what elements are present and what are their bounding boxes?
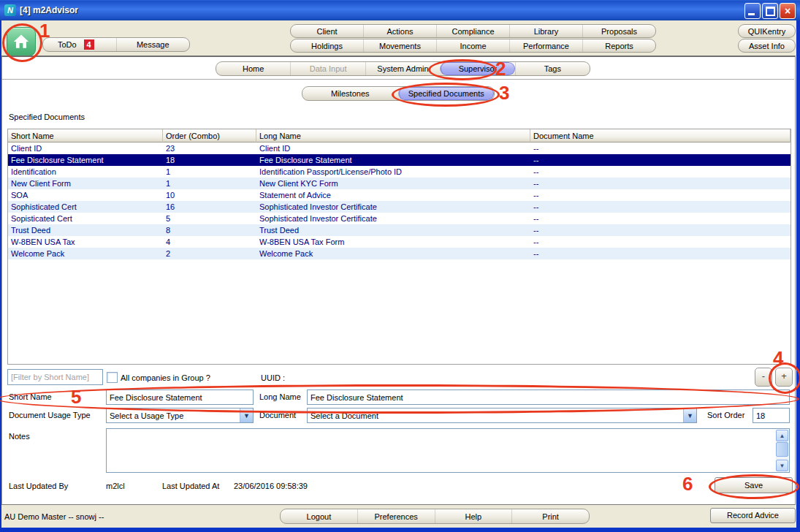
- footer-button[interactable]: Preferences: [357, 509, 435, 523]
- notes-scrollbar[interactable]: ▲ ▼: [776, 430, 788, 471]
- nav-button[interactable]: Performance: [509, 39, 582, 52]
- column-header-long-name[interactable]: Long Name: [256, 129, 530, 142]
- nav-button[interactable]: Client: [291, 25, 363, 37]
- usage-type-select[interactable]: Select a Usage Type ▼: [106, 408, 254, 423]
- sort-order-input[interactable]: [753, 408, 790, 423]
- cell-document-name: --: [530, 224, 791, 236]
- minimize-icon: [748, 13, 755, 15]
- scrollbar-thumb[interactable]: [776, 442, 788, 457]
- filter-input[interactable]: [7, 369, 103, 385]
- quikentry-button[interactable]: QUIKentry: [739, 25, 795, 37]
- tab[interactable]: System Admin: [365, 62, 440, 75]
- cell-short-name: Client ID: [8, 142, 163, 154]
- nav-button[interactable]: Compliance: [436, 25, 509, 37]
- uuid-label: UUID :: [261, 373, 285, 382]
- long-name-input[interactable]: [307, 390, 790, 405]
- tab[interactable]: Supervisor: [440, 62, 514, 75]
- scroll-down-icon[interactable]: ▼: [776, 460, 788, 471]
- chevron-down-icon[interactable]: ▼: [683, 408, 696, 422]
- app-window: N [4] m2Advisor × ToDo 4 Message ClientA…: [0, 0, 800, 532]
- nav-button[interactable]: Proposals: [582, 25, 655, 37]
- nav-button[interactable]: Library: [509, 25, 582, 37]
- close-button[interactable]: ×: [780, 3, 796, 19]
- nav-button[interactable]: Reports: [582, 39, 655, 52]
- section-title: Specified Documents: [9, 113, 85, 121]
- cell-order: 1: [163, 178, 256, 189]
- cell-long-name: Trust Deed: [256, 224, 530, 236]
- footer-button[interactable]: Help: [435, 509, 512, 523]
- table-header: Short Name Order (Combo) Long Name Docum…: [8, 129, 791, 142]
- table-row[interactable]: Welcome Pack 2 Welcome Pack --: [8, 248, 791, 259]
- table-row[interactable]: SOA 10 Statement of Advice --: [8, 189, 791, 201]
- cell-long-name: New Client KYC Form: [256, 178, 530, 189]
- nav-button[interactable]: Movements: [363, 39, 436, 52]
- short-name-input[interactable]: [106, 390, 254, 405]
- short-name-label: Short Name: [9, 392, 52, 401]
- close-icon: ×: [780, 4, 795, 18]
- table-row[interactable]: Sophisticated Cert 16 Sophisticated Inve…: [8, 201, 791, 213]
- all-companies-checkbox[interactable]: [107, 372, 118, 383]
- record-advice-button[interactable]: Record Advice: [710, 508, 796, 523]
- document-select[interactable]: Select a Document ▼: [307, 408, 697, 423]
- tab[interactable]: Tags: [515, 62, 590, 75]
- minimize-button[interactable]: [744, 3, 761, 19]
- cell-document-name: --: [530, 178, 791, 189]
- home-button[interactable]: [7, 27, 36, 56]
- table-row[interactable]: W-8BEN USA Tax 4 W-8BEN USA Tax Form --: [8, 236, 791, 248]
- table-row[interactable]: Client ID 23 Client ID --: [8, 142, 791, 154]
- save-button[interactable]: Save: [715, 477, 793, 493]
- cell-short-name: W-8BEN USA Tax: [8, 236, 163, 248]
- message-button[interactable]: Message: [116, 38, 190, 51]
- footer-button[interactable]: Logout: [281, 509, 357, 523]
- cell-short-name: SOA: [8, 189, 163, 201]
- documents-table: Short Name Order (Combo) Long Name Docum…: [7, 129, 791, 365]
- long-name-label: Long Name: [259, 392, 301, 401]
- table-row[interactable]: New Client Form 1 New Client KYC Form --: [8, 178, 791, 189]
- table-row[interactable]: Trust Deed 8 Trust Deed --: [8, 224, 791, 236]
- notes-textarea[interactable]: ▲ ▼: [106, 428, 790, 473]
- maximize-icon: [766, 7, 775, 16]
- usage-type-value: Select a Usage Type: [110, 411, 183, 420]
- window-border-right: [796, 20, 800, 532]
- home-icon: [12, 33, 30, 50]
- nav-button[interactable]: Actions: [363, 25, 436, 37]
- last-updated-at-value: 23/06/2016 09:58:39: [234, 482, 308, 490]
- cell-short-name: Trust Deed: [8, 224, 163, 236]
- add-row-button[interactable]: +: [775, 368, 793, 387]
- tab[interactable]: Home: [216, 62, 290, 75]
- cell-short-name: Fee Disclosure Statement: [8, 154, 163, 166]
- cell-long-name: W-8BEN USA Tax Form: [256, 236, 530, 248]
- sub-tab[interactable]: Milestones: [302, 87, 398, 100]
- cell-short-name: Identification: [8, 166, 163, 178]
- table-row[interactable]: Identification 1 Identification Passport…: [8, 166, 791, 178]
- footer-button[interactable]: Print: [511, 509, 589, 523]
- nav-button[interactable]: Holdings: [291, 39, 363, 52]
- all-companies-label: All companies in Group ?: [121, 373, 210, 382]
- todo-button[interactable]: ToDo 4: [43, 38, 116, 51]
- asset-info-button[interactable]: Asset Info: [739, 39, 795, 52]
- document-value: Select a Document: [311, 411, 378, 420]
- cell-long-name: Identification Passport/License/Photo ID: [256, 166, 530, 178]
- column-header-short-name[interactable]: Short Name: [8, 129, 163, 142]
- cell-short-name: Sopisticated Cert: [8, 213, 163, 224]
- sub-tab[interactable]: Specified Documents: [398, 87, 495, 100]
- nav-button[interactable]: Income: [436, 39, 509, 52]
- remove-row-button[interactable]: -: [755, 368, 772, 387]
- column-header-document-name[interactable]: Document Name: [530, 129, 791, 142]
- tab[interactable]: Data Input: [290, 62, 365, 75]
- scroll-up-icon[interactable]: ▲: [776, 430, 788, 441]
- cell-order: 2: [163, 248, 256, 259]
- status-text: AU Demo Master -- snowj --: [4, 512, 104, 521]
- cell-long-name: Statement of Advice: [256, 189, 530, 201]
- cell-document-name: --: [530, 236, 791, 248]
- document-label: Document: [259, 411, 296, 419]
- cell-long-name: Welcome Pack: [256, 248, 530, 259]
- cell-document-name: --: [530, 166, 791, 178]
- table-row[interactable]: Fee Disclosure Statement 18 Fee Disclosu…: [8, 154, 791, 166]
- maximize-button[interactable]: [762, 3, 778, 19]
- column-header-order[interactable]: Order (Combo): [163, 129, 256, 142]
- window-title: [4] m2Advisor: [20, 5, 78, 15]
- chevron-down-icon[interactable]: ▼: [240, 408, 253, 422]
- table-row[interactable]: Sopisticated Cert 5 Sophisticated Invest…: [8, 213, 791, 224]
- sub-tab-strip: MilestonesSpecified Documents: [302, 86, 495, 101]
